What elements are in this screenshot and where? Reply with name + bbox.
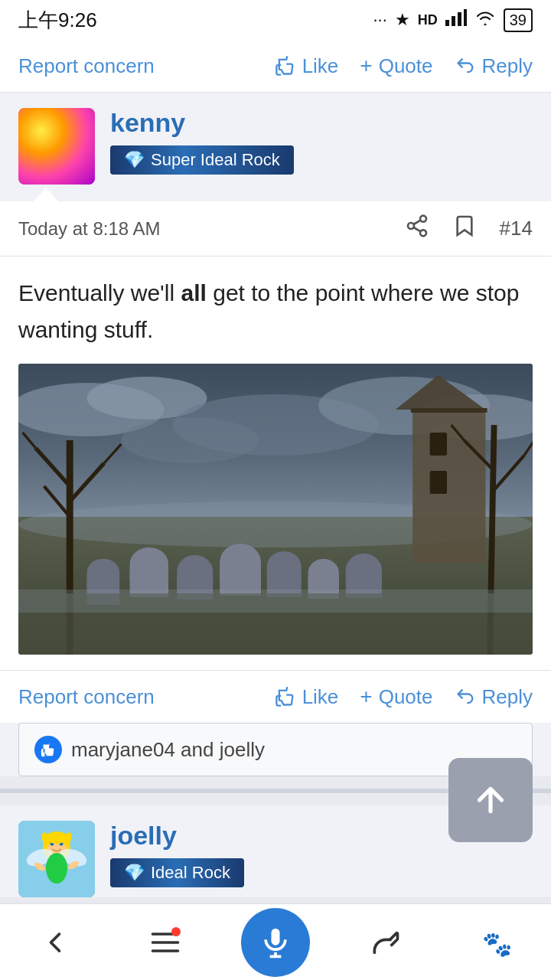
- diamond-icon: 💎: [124, 150, 145, 170]
- post-card-kenny: kenny 💎 Super Ideal Rock Today at 8:18 A…: [0, 93, 551, 776]
- scroll-up-button[interactable]: [448, 758, 533, 842]
- wifi-icon: [474, 9, 496, 31]
- quote-button-bottom[interactable]: + Quote: [360, 684, 432, 709]
- diamond-icon-2: 💎: [124, 863, 145, 883]
- joelly-avatar-image: [18, 821, 95, 897]
- thumb-up-icon: [40, 741, 57, 758]
- reply-icon-bottom: [455, 686, 476, 707]
- post-meta-actions: #14: [405, 214, 533, 243]
- nav-community-button[interactable]: 🐾: [441, 926, 551, 959]
- avatar-kenny[interactable]: [18, 108, 95, 185]
- nav-mic-button[interactable]: [220, 908, 331, 977]
- signal-bars-icon: [445, 9, 467, 31]
- menu-wrap: [148, 926, 182, 959]
- quote-button-top[interactable]: + Quote: [360, 54, 432, 78]
- forward-icon: [369, 926, 403, 959]
- mic-center-button[interactable]: [241, 908, 310, 977]
- svg-point-6: [420, 230, 426, 236]
- top-action-bar: Report concern Like + Quote Reply: [0, 40, 551, 93]
- share-icon[interactable]: [405, 214, 429, 243]
- svg-rect-22: [411, 408, 487, 413]
- post-content: Eventually we'll all get to the point wh…: [0, 256, 551, 364]
- svg-rect-2: [458, 12, 461, 26]
- signal-dots-icon: ···: [373, 10, 386, 30]
- reply-button-bottom[interactable]: Reply: [455, 685, 533, 709]
- triangle-pointer: [0, 188, 551, 201]
- status-icons: ··· ★ HD 39: [373, 8, 533, 32]
- bookmark-icon[interactable]: [452, 214, 477, 243]
- bottom-action-bar: Report concern Like + Quote Reply: [0, 670, 551, 723]
- bottom-navigation: 🐾: [0, 903, 551, 980]
- like-icon-bottom: [275, 686, 296, 707]
- svg-text:🐾: 🐾: [482, 929, 513, 959]
- likes-thumb-icon: [34, 736, 62, 763]
- post-card-joelly: joelly 💎 Ideal Rock: [0, 805, 551, 897]
- reply-icon-top: [455, 55, 476, 77]
- hd-icon: HD: [418, 12, 438, 28]
- svg-rect-0: [445, 20, 449, 26]
- username-kenny[interactable]: kenny: [110, 108, 533, 138]
- svg-point-60: [46, 853, 67, 884]
- nav-menu-button[interactable]: [110, 926, 220, 959]
- post-header-joelly: joelly 💎 Ideal Rock: [0, 805, 551, 897]
- post-meta: Today at 8:18 AM #14: [0, 201, 551, 256]
- status-bar: 上午9:26 ··· ★ HD 39: [0, 0, 551, 40]
- report-concern-bottom[interactable]: Report concern: [18, 685, 253, 709]
- nav-back-button[interactable]: [0, 926, 110, 959]
- svg-rect-1: [452, 16, 455, 26]
- svg-rect-49: [18, 590, 533, 612]
- nav-share-button[interactable]: [331, 926, 441, 959]
- svg-point-4: [420, 216, 426, 222]
- reply-button-top[interactable]: Reply: [455, 54, 533, 78]
- svg-point-15: [121, 417, 258, 463]
- plus-icon-bottom: +: [360, 684, 372, 709]
- notification-dot: [171, 927, 181, 936]
- post-text: Eventually we'll all get to the point wh…: [18, 275, 533, 348]
- status-time: 上午9:26: [18, 7, 97, 34]
- svg-rect-66: [272, 928, 280, 945]
- svg-line-8: [413, 220, 420, 224]
- svg-rect-20: [430, 433, 447, 456]
- badge-ideal-rock: 💎 Ideal Rock: [110, 858, 244, 887]
- post-user-info: kenny 💎 Super Ideal Rock: [110, 108, 533, 175]
- svg-rect-21: [430, 471, 447, 494]
- svg-point-5: [408, 223, 414, 229]
- like-icon-top: [275, 55, 296, 77]
- post-image-container: [0, 364, 551, 670]
- svg-line-7: [413, 227, 420, 231]
- svg-rect-18: [412, 410, 485, 563]
- likes-text: maryjane04 and joelly: [71, 738, 265, 762]
- graveyard-image: [18, 364, 533, 655]
- paw-icon: 🐾: [479, 926, 513, 959]
- battery-icon: 39: [504, 8, 533, 32]
- report-concern-top[interactable]: Report concern: [18, 54, 253, 78]
- scroll-up-icon: [471, 781, 510, 819]
- svg-rect-3: [464, 9, 467, 26]
- graveyard-svg: [18, 364, 533, 655]
- mic-icon: [259, 926, 292, 959]
- plus-icon-top: +: [360, 54, 372, 78]
- back-icon: [38, 926, 72, 959]
- post-time: Today at 8:18 AM: [18, 218, 160, 240]
- avatar-joelly[interactable]: [18, 821, 95, 897]
- badge-super-ideal-rock: 💎 Super Ideal Rock: [110, 145, 294, 175]
- bluetooth-icon: ★: [395, 10, 410, 30]
- post-number: #14: [500, 217, 533, 240]
- like-button-bottom[interactable]: Like: [275, 685, 339, 709]
- like-button-top[interactable]: Like: [275, 54, 339, 78]
- post-header: kenny 💎 Super Ideal Rock: [0, 93, 551, 185]
